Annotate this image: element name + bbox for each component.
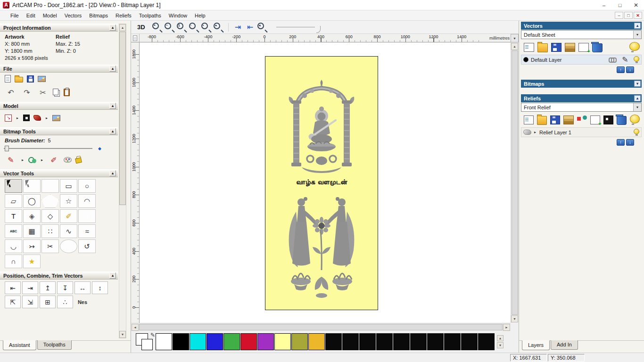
redo-icon[interactable]: ↷	[21, 87, 33, 98]
color-swatch[interactable]	[156, 333, 172, 350]
color-swatch[interactable]	[359, 333, 376, 350]
lighting-icon[interactable]	[52, 115, 60, 121]
layer-visibility-icon[interactable]	[634, 56, 639, 62]
canvas-horizontal-scrollbar[interactable]: ◄ ►	[131, 323, 511, 331]
snap-corner-right-icon[interactable]: ⇲	[22, 296, 38, 308]
vscroll-down-icon[interactable]: ▼	[511, 315, 518, 322]
offset-vectors-icon[interactable]: ◇	[41, 209, 59, 223]
save-relief-icon[interactable]	[550, 115, 560, 124]
collapse-vectors-button[interactable]: ▴	[634, 23, 641, 29]
palette-scroll-up-icon[interactable]: ▲	[497, 335, 504, 341]
color-swatch[interactable]	[240, 333, 257, 350]
relief-layer-visibility-icon[interactable]	[634, 129, 639, 134]
cut-icon[interactable]: ✂	[37, 87, 49, 98]
expand-bitmaps-button[interactable]: ▾	[634, 81, 641, 87]
units-dropdown-icon[interactable]: ▼	[511, 34, 519, 42]
trim-vectors-icon[interactable]: ✂	[41, 239, 59, 253]
zoom-1to1-icon[interactable]: 1	[176, 22, 188, 33]
hscroll-thumb[interactable]	[139, 324, 503, 330]
set-model-size-icon[interactable]	[5, 115, 12, 122]
select-vectors-icon[interactable]	[5, 179, 22, 193]
flood-flyout-icon[interactable]: ▸	[40, 154, 44, 165]
new-relief-layer-icon[interactable]	[590, 115, 600, 124]
delete-vector-layer-icon[interactable]	[592, 43, 603, 52]
menu-help[interactable]: Help	[191, 12, 209, 19]
edit-color-swatch[interactable]: ✎	[136, 333, 155, 351]
colour-eraser-icon[interactable]	[75, 157, 82, 164]
relief-dropdown-icon[interactable]: ▼	[633, 103, 641, 111]
export-image-icon[interactable]	[38, 76, 46, 82]
section-profile-icon[interactable]: ∩	[5, 255, 22, 268]
spray-icon[interactable]: ✐	[48, 154, 60, 165]
relief-thumbnail-icon[interactable]	[523, 130, 531, 135]
invert-model-icon[interactable]	[23, 115, 30, 121]
new-relief-icon[interactable]	[524, 115, 534, 124]
color-swatch[interactable]	[274, 333, 291, 350]
open-vectors-icon[interactable]	[537, 43, 548, 52]
menu-window[interactable]: Window	[165, 12, 191, 19]
fit-arcs-icon[interactable]: ≈	[78, 224, 96, 238]
import-vectors-icon[interactable]	[565, 43, 575, 52]
create-star-icon[interactable]: ☆	[60, 194, 77, 208]
mirror-vectors-icon[interactable]: ◈	[23, 209, 41, 223]
model-flyout2-icon[interactable]: ▸	[45, 112, 49, 123]
center-horizontal-icon[interactable]: ↔	[74, 281, 91, 294]
move-vector-layer-up-icon[interactable]: ↑	[617, 66, 625, 73]
color-swatch[interactable]	[291, 333, 308, 350]
save-model-icon[interactable]	[27, 75, 34, 82]
hscroll-right-icon[interactable]: ►	[503, 324, 510, 331]
scroll-down-icon[interactable]: ▼	[119, 331, 126, 338]
align-left-icon[interactable]: ⇤	[5, 281, 21, 294]
collapse-position-section-button[interactable]: ▴	[109, 272, 116, 279]
color-swatch[interactable]	[444, 333, 461, 350]
previous-bitmap-layer-icon[interactable]: ⇥	[232, 22, 244, 33]
tab-layers[interactable]: Layers	[522, 340, 550, 350]
copy-icon[interactable]	[53, 89, 58, 95]
vector-sheet-dropdown[interactable]: Default Sheet ▼	[521, 30, 642, 39]
vector-sheet-dropdown-icon[interactable]: ▼	[633, 31, 641, 39]
view-3d-button[interactable]: 3D	[135, 23, 148, 31]
color-swatch[interactable]	[223, 333, 240, 350]
color-swatch[interactable]	[376, 333, 393, 350]
color-swatch[interactable]	[461, 333, 478, 350]
wand-star-icon[interactable]: ★	[23, 255, 41, 268]
menu-reliefs[interactable]: Reliefs	[112, 12, 135, 19]
scatter-copies-icon[interactable]: ∴	[57, 296, 73, 308]
expand-relief-layer-icon[interactable]: ▸	[533, 127, 537, 138]
new-model-icon[interactable]	[5, 75, 11, 82]
tab-assistant[interactable]: Assistant	[3, 340, 36, 350]
next-bitmap-layer-icon[interactable]: ⇤	[245, 22, 256, 33]
snap-layer-icon[interactable]	[609, 58, 617, 62]
undo-icon[interactable]: ↶	[5, 87, 17, 98]
canvas-vertical-scrollbar[interactable]: ▲ ▼	[511, 42, 519, 323]
move-relief-layer-down-icon[interactable]: ↓	[626, 139, 634, 146]
scroll-up-icon[interactable]: ▲	[119, 24, 126, 31]
child-minimize-icon[interactable]: –	[615, 12, 623, 19]
vector-layer-row[interactable]: Default Layer ✎	[521, 55, 642, 65]
align-right-icon[interactable]: ⇥	[22, 281, 38, 294]
flood-fill-icon[interactable]	[28, 157, 36, 163]
move-relief-layer-up-icon[interactable]: ↑	[617, 139, 625, 146]
create-arc-icon[interactable]: ◠	[78, 194, 96, 208]
paint-brush-icon[interactable]: ✎	[5, 154, 17, 165]
snap-corner-left-icon[interactable]: ⇱	[5, 296, 21, 308]
menu-bitmaps[interactable]: Bitmaps	[85, 12, 112, 19]
menu-toolpaths[interactable]: Toolpaths	[135, 12, 165, 19]
paint-flyout-icon[interactable]: ▸	[21, 154, 25, 165]
color-swatch[interactable]	[342, 333, 359, 350]
color-swatch[interactable]	[478, 333, 495, 350]
edit-layer-icon[interactable]: ✎	[619, 54, 631, 66]
join-vectors-icon[interactable]: ↣	[23, 239, 41, 253]
relief-from-image-icon[interactable]	[33, 115, 41, 121]
paste-array-icon[interactable]: ⊞	[40, 296, 56, 308]
delete-relief-layer-icon[interactable]	[617, 116, 627, 125]
color-swatch[interactable]	[190, 333, 206, 350]
open-model-icon[interactable]	[15, 77, 23, 82]
fit-curve-icon[interactable]: ∿	[60, 224, 77, 238]
relief-shapes-icon[interactable]	[577, 115, 587, 124]
zoom-out-icon[interactable]: −	[164, 22, 175, 33]
brush-diameter-slider[interactable]	[4, 148, 92, 149]
sphere-tool-icon[interactable]	[60, 239, 77, 253]
zoom-previous-view-icon[interactable]: ◂	[257, 22, 268, 33]
ruler-origin-icon[interactable]	[131, 34, 140, 42]
